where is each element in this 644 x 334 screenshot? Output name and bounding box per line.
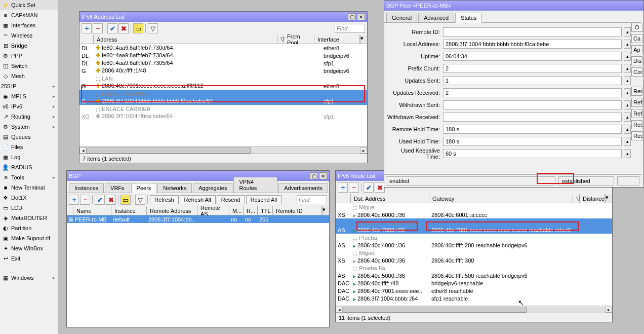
- address-row[interactable]: ;;; ENLACE CARRIER: [79, 90, 367, 97]
- enable-button[interactable]: ✔: [95, 195, 105, 205]
- field-value[interactable]: 06:04:34: [443, 52, 622, 61]
- sidebar-item-system[interactable]: ⚙System▸: [0, 122, 58, 132]
- peer-row[interactable]: ▤ PEER-to-MB default 2806:3f7:1004:bb.. …: [67, 215, 329, 223]
- dropdown-icon[interactable]: ▴: [624, 27, 631, 36]
- find-input[interactable]: [297, 195, 327, 204]
- dropdown-icon[interactable]: ▴: [624, 137, 631, 146]
- enable-button[interactable]: ✔: [107, 23, 117, 33]
- sidebar-item-ipv6[interactable]: v6IPv6▸: [0, 101, 58, 112]
- resend-button[interactable]: Res: [631, 120, 642, 129]
- sidebar-item-metarouter[interactable]: ◈MetaROUTER: [0, 213, 58, 223]
- dropdown-icon[interactable]: ▴: [624, 125, 631, 134]
- sidebar-item-lcd[interactable]: ▭LCD: [0, 203, 58, 213]
- tab-general[interactable]: General: [386, 13, 417, 22]
- comment-button[interactable]: ▭: [133, 23, 143, 33]
- add-button[interactable]: ＋: [69, 195, 79, 205]
- remove-button[interactable]: －: [80, 195, 90, 205]
- route-row[interactable]: DAC2806:3f7:1004:bbbb::/64sfp1 reachable: [336, 294, 612, 302]
- sidebar-item-queues[interactable]: ▤Queues: [0, 132, 58, 142]
- sidebar-item-ppp[interactable]: ⚙PPP: [0, 51, 58, 61]
- remove-button[interactable]: －: [349, 182, 359, 193]
- scroll-left[interactable]: ◂: [336, 307, 343, 313]
- resend-button[interactable]: Resend: [217, 195, 245, 204]
- field-value[interactable]: [443, 27, 622, 36]
- scroll-left[interactable]: ◂: [79, 147, 87, 154]
- sidebar-item-quick-set[interactable]: ⚡Quick Set: [0, 0, 58, 10]
- titlebar[interactable]: BGP Peer <PEER-to-MB>: [384, 1, 643, 11]
- sidebar-item-ip[interactable]: 255IP▸: [0, 81, 58, 91]
- minimize-button[interactable]: ▢: [348, 13, 356, 20]
- resend-all-button[interactable]: Resend All: [246, 195, 282, 204]
- sidebar-item-switch[interactable]: ◫Switch: [0, 61, 58, 71]
- tab-aggregates[interactable]: Aggregates: [193, 183, 232, 193]
- field-value[interactable]: 2: [443, 64, 622, 73]
- sidebar-item-dot1x[interactable]: ❖Dot1X: [0, 193, 58, 203]
- address-row[interactable]: ;;; LAN: [79, 75, 367, 82]
- ok-button[interactable]: O: [631, 23, 642, 32]
- sidebar-item-interfaces[interactable]: ▦Interfaces: [0, 20, 58, 30]
- dropdown-icon[interactable]: ▴: [624, 64, 631, 73]
- add-button[interactable]: ＋: [338, 182, 348, 193]
- field-value[interactable]: [443, 100, 622, 109]
- address-row[interactable]: DL✚ fe80::4aa9:8aff:feb7:730d/64ether8: [79, 44, 367, 52]
- address-row[interactable]: XG✚ 2806:3f7:1004::f0ca:bebe/64sfp1: [79, 113, 367, 120]
- sidebar-item-exit[interactable]: ↩Exit: [0, 253, 58, 264]
- close-button[interactable]: ✕: [319, 172, 327, 179]
- dropdown-icon[interactable]: ▴: [624, 76, 631, 85]
- refresh-all-button[interactable]: Refresh All: [180, 195, 216, 204]
- field-value[interactable]: 2: [443, 88, 622, 97]
- tab-peers[interactable]: Peers: [131, 183, 157, 193]
- remove-button[interactable]: －: [93, 23, 103, 33]
- filter-button[interactable]: ▽: [135, 195, 145, 205]
- refresh-button[interactable]: Ref: [631, 98, 642, 107]
- route-row[interactable]: XS2806:40c:6000::/362806:40c:6001::a:ccc…: [336, 211, 612, 218]
- route-row[interactable]: DAC2806:40c:ffff::/48bridgeipv6 reachabl…: [336, 279, 612, 287]
- comment-button[interactable]: ▭: [120, 195, 131, 205]
- sidebar-item-mpls[interactable]: ◉MPLS▸: [0, 91, 58, 101]
- sidebar-item-bridge[interactable]: ⊞Bridge: [0, 41, 58, 51]
- field-value[interactable]: [443, 113, 622, 122]
- disable-button[interactable]: ✖: [375, 182, 385, 193]
- minimize-button[interactable]: ▢: [310, 172, 318, 179]
- scroll-right[interactable]: ▸: [605, 307, 612, 313]
- sidebar-item-windows[interactable]: ▦Windows▸: [0, 273, 58, 283]
- disable-button[interactable]: ✖: [118, 23, 129, 33]
- tab-advanced[interactable]: Advanced: [418, 13, 454, 22]
- close-button[interactable]: ✕: [357, 13, 365, 20]
- dropdown-icon[interactable]: ▴: [624, 149, 631, 158]
- address-grid[interactable]: DL✚ fe80::4aa9:8aff:feb7:730d/64ether8DL…: [79, 44, 367, 146]
- tab-vrfs[interactable]: VRFs: [105, 183, 130, 193]
- dropdown-icon[interactable]: ▴: [624, 113, 631, 122]
- sidebar-item-tools[interactable]: ✕Tools▸: [0, 172, 58, 182]
- refresh-button[interactable]: Refresh: [150, 195, 179, 204]
- address-row[interactable]: DL✚ fe80::4aa9:8aff:feb7:7305/64sfp1: [79, 59, 367, 67]
- titlebar[interactable]: BGP ▢ ✕: [67, 171, 329, 181]
- address-row[interactable]: G✚ 2806:3f7:1004:bbbb:bbbb:bbbb:f0ca:beb…: [79, 97, 367, 105]
- sidebar-item-log[interactable]: ▦Log: [0, 152, 58, 162]
- route-row[interactable]: ;;; Ruta para Router Admin 1: [336, 218, 612, 226]
- bgp-grid[interactable]: ▤ PEER-to-MB default 2806:3f7:1004:bb.. …: [67, 215, 329, 327]
- sidebar-item-mesh[interactable]: ◇Mesh: [0, 71, 58, 81]
- tab-status[interactable]: Status: [455, 13, 482, 23]
- titlebar[interactable]: IPv6 Address List ▢ ✕: [79, 12, 367, 22]
- route-row[interactable]: XS2806:40c:6000::/362806:40c:ffff::300: [336, 256, 612, 264]
- route-row[interactable]: AS2806:40c:4000::/362806:40c:ffff::200 r…: [336, 241, 612, 249]
- sidebar-item-new-winbox[interactable]: ✦New WinBox: [0, 243, 58, 253]
- route-grid[interactable]: ;;; MiguelXS2806:40c:6000::/362806:40c:6…: [336, 203, 612, 306]
- address-row[interactable]: DL✚ fe80::4aa9:8aff:feb7:730a/64bridgeip…: [79, 52, 367, 59]
- sidebar-item-capsman[interactable]: ≡CAPsMAN: [0, 10, 58, 20]
- sidebar-item-radius[interactable]: 👤RADIUS: [0, 162, 58, 172]
- sidebar-item-new-terminal[interactable]: ■New Terminal: [0, 182, 58, 193]
- route-row[interactable]: AS2806:40c:5000::/362806:40c:ffff::500 r…: [336, 272, 612, 279]
- sidebar-item-wireless[interactable]: ⌔Wireless: [0, 30, 58, 41]
- dropdown-icon[interactable]: ▴: [624, 88, 631, 97]
- resend-all-button[interactable]: Rese: [631, 131, 642, 140]
- route-row[interactable]: ;;; Miguel: [336, 203, 612, 211]
- remove-button[interactable]: Rer: [631, 87, 642, 96]
- comment-button[interactable]: Com: [631, 67, 642, 77]
- add-button[interactable]: ＋: [82, 23, 92, 33]
- tab-instances[interactable]: Instances: [69, 183, 104, 193]
- address-row[interactable]: ;;; ENLACE CARRIER: [79, 105, 367, 113]
- route-row[interactable]: ;;; Miguel: [336, 249, 612, 256]
- apply-button[interactable]: Ap: [631, 45, 642, 54]
